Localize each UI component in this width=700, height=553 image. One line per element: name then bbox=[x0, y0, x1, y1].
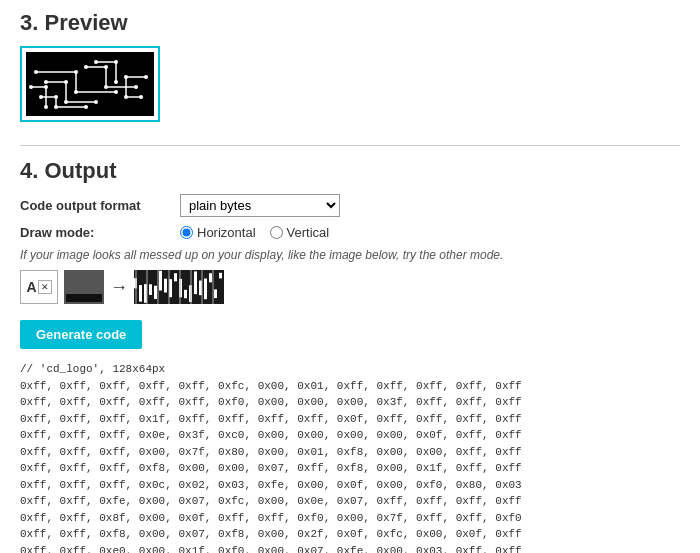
draw-mode-label: Draw mode: bbox=[20, 225, 180, 240]
test-letter-a: A bbox=[26, 279, 36, 295]
draw-mode-row: Draw mode: Horizontal Vertical bbox=[20, 225, 680, 240]
test-inner: A ✕ bbox=[26, 279, 51, 295]
test-bar-inner bbox=[66, 294, 102, 302]
mode-example: A ✕ → bbox=[20, 270, 680, 304]
format-select[interactable]: plain bytes C array Arduino progmem hex … bbox=[180, 194, 340, 217]
output-title: 4. Output bbox=[20, 158, 680, 184]
output-section: 4. Output Code output format plain bytes… bbox=[20, 158, 680, 553]
hint-text: If your image looks all messed up on you… bbox=[20, 248, 680, 262]
radio-vertical-text: Vertical bbox=[287, 225, 330, 240]
format-row: Code output format plain bytes C array A… bbox=[20, 194, 680, 217]
test-x-box: ✕ bbox=[38, 280, 52, 294]
preview-section: 3. Preview bbox=[20, 10, 680, 125]
test-bar-display bbox=[64, 270, 104, 304]
preview-title: 3. Preview bbox=[20, 10, 680, 36]
test-box: A ✕ bbox=[20, 270, 58, 304]
generate-button[interactable]: Generate code bbox=[20, 320, 142, 349]
radio-horizontal[interactable] bbox=[180, 226, 193, 239]
glitch-canvas bbox=[134, 270, 224, 304]
preview-image-box bbox=[20, 46, 160, 122]
format-label: Code output format bbox=[20, 198, 180, 213]
draw-mode-options: Horizontal Vertical bbox=[180, 225, 329, 240]
radio-vertical-label[interactable]: Vertical bbox=[270, 225, 330, 240]
radio-horizontal-label[interactable]: Horizontal bbox=[180, 225, 256, 240]
section-divider bbox=[20, 145, 680, 146]
code-output: // 'cd_logo', 128x64px 0xff, 0xff, 0xff,… bbox=[20, 361, 680, 553]
radio-vertical[interactable] bbox=[270, 226, 283, 239]
arrow-icon: → bbox=[110, 277, 128, 298]
glitch-preview bbox=[134, 270, 224, 304]
preview-canvas bbox=[26, 52, 154, 116]
radio-horizontal-text: Horizontal bbox=[197, 225, 256, 240]
